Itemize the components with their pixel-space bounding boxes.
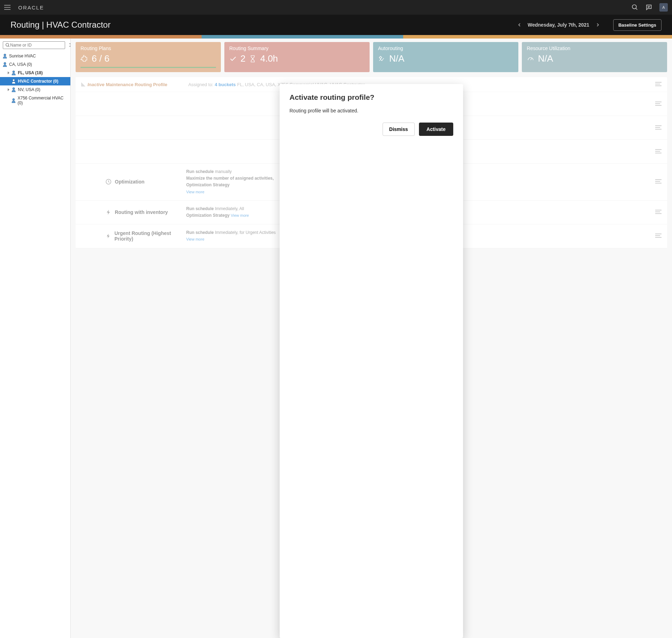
lightning-icon [106, 233, 111, 239]
row-menu-icon[interactable] [655, 209, 662, 215]
lightning-icon [106, 209, 111, 215]
baseline-settings-button[interactable]: Baseline Settings [613, 19, 662, 31]
svg-line-5 [8, 46, 9, 47]
svg-point-6 [4, 54, 6, 56]
svg-rect-24 [655, 153, 662, 153]
person-icon [3, 62, 7, 67]
avatar[interactable]: A [659, 3, 668, 12]
tree-item[interactable]: NV, USA (0) [0, 85, 70, 94]
routing-plan-name: Urgent Routing (Highest Priority) [114, 230, 186, 242]
gear-trend-icon [378, 55, 386, 63]
tile-title: Routing Plans [80, 46, 216, 51]
svg-point-9 [13, 79, 15, 81]
assigned-label: Assigned to: [188, 82, 214, 87]
tree-item[interactable]: CA, USA (0) [0, 60, 70, 69]
profile-name[interactable]: Maintenance Routing Profile [106, 82, 167, 87]
svg-rect-23 [655, 151, 660, 152]
svg-rect-27 [655, 181, 660, 182]
svg-point-8 [13, 71, 15, 73]
svg-rect-16 [655, 102, 662, 102]
tile-routing-summary[interactable]: Routing Summary 2 4.0h [224, 42, 370, 72]
view-more-link[interactable]: View more [186, 190, 204, 194]
view-more-link[interactable]: View more [186, 237, 204, 241]
tile-value: N/A [538, 53, 553, 64]
svg-rect-21 [655, 129, 662, 130]
search-icon [5, 43, 10, 48]
person-icon [12, 79, 16, 84]
date-display: Wednesday, July 7th, 2021 [528, 22, 589, 28]
app-header: ORACLE A [0, 0, 672, 15]
tile-title: Resource Utilization [527, 46, 662, 51]
tile-value: 6 / 6 [92, 53, 110, 64]
view-more-link[interactable]: View more [231, 213, 249, 217]
svg-rect-22 [655, 149, 662, 150]
tree-item-label: X756 Commercial HVAC (0) [18, 96, 68, 105]
svg-rect-34 [655, 237, 662, 238]
chevron-left-icon[interactable] [517, 23, 522, 27]
gauge-icon [527, 55, 534, 63]
svg-point-10 [13, 88, 15, 90]
profile-status: Inactive [88, 82, 104, 87]
svg-rect-29 [655, 210, 662, 210]
tile-value: N/A [389, 53, 404, 64]
menu-icon[interactable] [4, 2, 14, 12]
svg-rect-13 [655, 82, 662, 83]
chat-icon[interactable] [645, 4, 652, 11]
routing-plan-name: Routing with inventory [115, 209, 168, 215]
svg-rect-17 [655, 103, 660, 104]
search-box[interactable] [3, 41, 65, 49]
routing-plan-name: Optimization [115, 179, 145, 185]
dialog-body: Routing profile will be activated. [289, 108, 453, 113]
tree-item[interactable]: FL, USA (18) [0, 69, 70, 77]
svg-point-12 [380, 56, 382, 58]
person-icon [12, 70, 16, 75]
tile-resource-utilization[interactable]: Resource Utilization N/A [522, 42, 667, 72]
tile-autorouting[interactable]: Autorouting N/A [373, 42, 518, 72]
activate-button[interactable]: Activate [419, 123, 453, 136]
expand-arrow-icon[interactable] [8, 71, 9, 74]
sidebar: ✕ Sunrise HVACCA, USA (0)FL, USA (18)HVA… [0, 39, 71, 638]
tree-item-label: FL, USA (18) [18, 70, 43, 75]
check-icon [229, 55, 237, 63]
tree-item-label: Sunrise HVAC [9, 54, 36, 58]
tree-item[interactable]: HVAC Contractor (0) [0, 77, 70, 85]
buckets-link[interactable]: 4 buckets [215, 82, 236, 87]
tile-title: Routing Summary [229, 46, 365, 51]
svg-rect-33 [655, 235, 660, 236]
dialog-title: Activate routing profile? [289, 93, 453, 102]
search-input[interactable] [10, 43, 63, 48]
optimization-icon [106, 179, 111, 185]
row-menu-icon[interactable] [655, 233, 662, 239]
tile-value-1: 2 [240, 53, 245, 64]
sub-header: Routing | HVAC Contractor Wednesday, Jul… [0, 15, 672, 35]
dismiss-button[interactable]: Dismiss [383, 123, 415, 136]
svg-point-4 [6, 43, 9, 46]
svg-point-7 [4, 62, 6, 64]
svg-rect-31 [655, 213, 662, 214]
tree-item[interactable]: X756 Commercial HVAC (0) [0, 94, 70, 107]
svg-rect-14 [655, 84, 660, 84]
tile-value-2: 4.0h [260, 53, 278, 64]
svg-rect-15 [655, 85, 662, 86]
close-icon[interactable]: ✕ [67, 41, 71, 49]
svg-rect-32 [655, 234, 662, 234]
svg-rect-28 [655, 183, 662, 183]
svg-line-1 [636, 8, 637, 10]
svg-point-0 [632, 5, 637, 9]
row-menu-icon[interactable] [655, 179, 662, 185]
row-menu-icon[interactable] [655, 125, 662, 131]
hourglass-icon [249, 55, 257, 63]
row-menu-icon[interactable] [655, 101, 662, 107]
person-icon [12, 98, 15, 103]
triangle-icon [81, 82, 85, 86]
person-icon [3, 54, 7, 58]
svg-rect-26 [655, 179, 662, 180]
tile-routing-plans[interactable]: Routing Plans 6 / 6 [76, 42, 221, 72]
row-menu-icon[interactable] [655, 148, 662, 155]
tree-item[interactable]: Sunrise HVAC [0, 52, 70, 60]
expand-arrow-icon[interactable] [8, 88, 9, 91]
search-icon[interactable] [631, 4, 638, 11]
svg-rect-19 [655, 125, 662, 126]
row-menu-icon[interactable] [655, 81, 662, 88]
chevron-right-icon[interactable] [596, 23, 600, 27]
